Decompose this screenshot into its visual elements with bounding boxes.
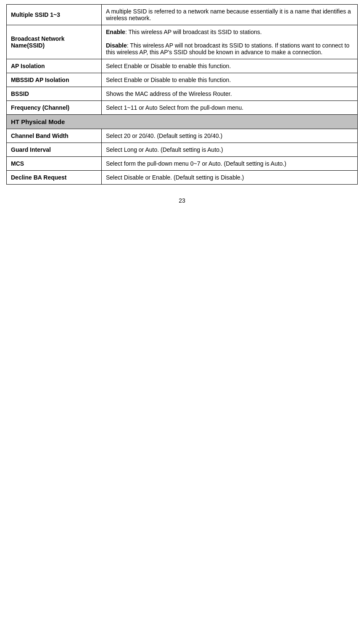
ap-isolation-label: AP Isolation [7, 59, 102, 73]
mcs-description: Select form the pull-down menu 0~7 or Au… [102, 157, 358, 171]
table-row: Broadcast Network Name(SSID)Enable: This… [7, 25, 358, 59]
broadcast-network-label: Broadcast Network Name(SSID) [7, 25, 102, 59]
broadcast-network-description: Enable: This wireless AP will broadcast … [102, 25, 358, 59]
guard-interval-description: Select Long or Auto. (Default setting is… [102, 143, 358, 157]
table-row: AP IsolationSelect Enable or Disable to … [7, 59, 358, 73]
table-row: Decline BA RequestSelect Disable or Enab… [7, 171, 358, 185]
decline-ba-request-label: Decline BA Request [7, 171, 102, 185]
guard-interval-label: Guard Interval [7, 143, 102, 157]
ht-physical-mode-header: HT Physical Mode [7, 115, 358, 129]
bssid-description: Shows the MAC address of the Wireless Ro… [102, 87, 358, 101]
table-row: Guard IntervalSelect Long or Auto. (Defa… [7, 143, 358, 157]
multiple-ssid-label: Multiple SSID 1~3 [7, 5, 102, 25]
table-row: MCSSelect form the pull-down menu 0~7 or… [7, 157, 358, 171]
frequency-channel-label: Frequency (Channel) [7, 101, 102, 115]
table-row: Channel Band WidthSelect 20 or 20/40. (D… [7, 129, 358, 143]
mbssid-ap-isolation-label: MBSSID AP Isolation [7, 73, 102, 87]
decline-ba-request-description: Select Disable or Enable. (Default setti… [102, 171, 358, 185]
ap-isolation-description: Select Enable or Disable to enable this … [102, 59, 358, 73]
table-row: BSSIDShows the MAC address of the Wirele… [7, 87, 358, 101]
channel-band-width-description: Select 20 or 20/40. (Default setting is … [102, 129, 358, 143]
frequency-channel-description: Select 1~11 or Auto Select from the pull… [102, 101, 358, 115]
table-row: Multiple SSID 1~3A multiple SSID is refe… [7, 5, 358, 25]
table-row: Frequency (Channel)Select 1~11 or Auto S… [7, 101, 358, 115]
page-number: 23 [6, 197, 358, 204]
mcs-label: MCS [7, 157, 102, 171]
multiple-ssid-description: A multiple SSID is referred to a network… [102, 5, 358, 25]
channel-band-width-label: Channel Band Width [7, 129, 102, 143]
bssid-label: BSSID [7, 87, 102, 101]
mbssid-ap-isolation-description: Select Enable or Disable to enable this … [102, 73, 358, 87]
settings-table: Multiple SSID 1~3A multiple SSID is refe… [6, 4, 358, 185]
table-row: MBSSID AP IsolationSelect Enable or Disa… [7, 73, 358, 87]
section-header-row: HT Physical Mode [7, 115, 358, 129]
